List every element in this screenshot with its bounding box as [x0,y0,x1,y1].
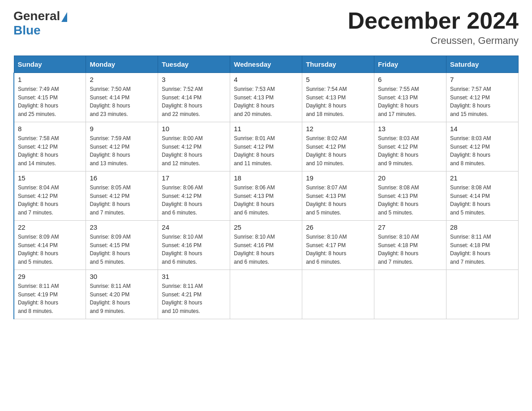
day-info: Sunrise: 8:05 AMSunset: 4:12 PMDaylight:… [90,184,154,217]
day-info: Sunrise: 8:09 AMSunset: 4:14 PMDaylight:… [18,233,82,266]
day-info: Sunrise: 8:11 AMSunset: 4:19 PMDaylight:… [18,282,82,315]
col-tuesday: Tuesday [158,56,230,73]
day-number: 23 [90,223,154,231]
calendar-cell: 15 Sunrise: 8:04 AMSunset: 4:12 PMDaylig… [14,171,86,221]
day-number: 12 [306,125,370,133]
calendar-cell: 24 Sunrise: 8:10 AMSunset: 4:16 PMDaylig… [158,221,230,270]
day-info: Sunrise: 7:53 AMSunset: 4:13 PMDaylight:… [234,85,298,118]
day-info: Sunrise: 8:10 AMSunset: 4:16 PMDaylight:… [162,233,226,266]
calendar-table: Sunday Monday Tuesday Wednesday Thursday… [13,56,519,319]
calendar-week-row: 8 Sunrise: 7:58 AMSunset: 4:12 PMDayligh… [14,122,519,171]
day-number: 14 [450,125,515,133]
location-subtitle: Creussen, Germany [348,35,519,47]
day-info: Sunrise: 8:11 AMSunset: 4:21 PMDaylight:… [162,282,226,315]
day-info: Sunrise: 8:10 AMSunset: 4:18 PMDaylight:… [378,233,442,266]
calendar-cell: 11 Sunrise: 8:01 AMSunset: 4:12 PMDaylig… [230,122,302,171]
day-number: 9 [90,125,154,133]
logo: General Blue [13,9,67,38]
day-number: 27 [378,223,442,231]
calendar-cell: 14 Sunrise: 8:03 AMSunset: 4:12 PMDaylig… [446,122,519,171]
title-section: December 2024 Creussen, Germany [348,9,519,47]
calendar-cell: 31 Sunrise: 8:11 AMSunset: 4:21 PMDaylig… [158,270,230,319]
day-number: 10 [162,125,226,133]
page-header: General Blue December 2024 Creussen, Ger… [13,9,519,47]
day-number: 2 [90,76,154,83]
calendar-cell: 17 Sunrise: 8:06 AMSunset: 4:12 PMDaylig… [158,171,230,221]
day-number: 20 [378,174,442,182]
calendar-cell: 5 Sunrise: 7:54 AMSunset: 4:13 PMDayligh… [302,73,374,122]
day-info: Sunrise: 8:03 AMSunset: 4:12 PMDaylight:… [450,134,515,167]
day-info: Sunrise: 7:59 AMSunset: 4:12 PMDaylight:… [90,134,154,167]
calendar-cell: 27 Sunrise: 8:10 AMSunset: 4:18 PMDaylig… [374,221,446,270]
day-number: 19 [306,174,370,182]
day-number: 13 [378,125,442,133]
calendar-cell: 21 Sunrise: 8:08 AMSunset: 4:14 PMDaylig… [446,171,519,221]
logo-text-line1: General [13,9,67,23]
day-number: 6 [378,76,442,83]
calendar-cell: 29 Sunrise: 8:11 AMSunset: 4:19 PMDaylig… [14,270,86,319]
day-number: 8 [18,125,82,133]
day-info: Sunrise: 8:03 AMSunset: 4:12 PMDaylight:… [378,134,442,167]
calendar-cell: 23 Sunrise: 8:09 AMSunset: 4:15 PMDaylig… [86,221,158,270]
day-number: 30 [90,273,154,280]
day-info: Sunrise: 8:11 AMSunset: 4:20 PMDaylight:… [90,282,154,315]
day-number: 28 [450,223,515,231]
calendar-cell [446,270,519,319]
day-number: 1 [18,76,82,83]
col-saturday: Saturday [446,56,519,73]
logo-text-line2: Blue [13,23,41,37]
day-number: 15 [18,174,82,182]
calendar-cell: 26 Sunrise: 8:10 AMSunset: 4:17 PMDaylig… [302,221,374,270]
day-info: Sunrise: 7:58 AMSunset: 4:12 PMDaylight:… [18,134,82,167]
day-info: Sunrise: 8:09 AMSunset: 4:15 PMDaylight:… [90,233,154,266]
day-info: Sunrise: 8:02 AMSunset: 4:12 PMDaylight:… [306,134,370,167]
calendar-week-row: 29 Sunrise: 8:11 AMSunset: 4:19 PMDaylig… [14,270,519,319]
day-info: Sunrise: 7:54 AMSunset: 4:13 PMDaylight:… [306,85,370,118]
calendar-cell [302,270,374,319]
day-number: 24 [162,223,226,231]
calendar-cell: 7 Sunrise: 7:57 AMSunset: 4:12 PMDayligh… [446,73,519,122]
day-info: Sunrise: 7:57 AMSunset: 4:12 PMDaylight:… [450,85,515,118]
calendar-cell: 19 Sunrise: 8:07 AMSunset: 4:13 PMDaylig… [302,171,374,221]
col-sunday: Sunday [14,56,86,73]
calendar-cell: 13 Sunrise: 8:03 AMSunset: 4:12 PMDaylig… [374,122,446,171]
day-number: 4 [234,76,298,83]
day-number: 16 [90,174,154,182]
calendar-cell: 22 Sunrise: 8:09 AMSunset: 4:14 PMDaylig… [14,221,86,270]
day-number: 7 [450,76,515,83]
day-number: 22 [18,223,82,231]
day-info: Sunrise: 8:10 AMSunset: 4:17 PMDaylight:… [306,233,370,266]
day-info: Sunrise: 8:04 AMSunset: 4:12 PMDaylight:… [18,184,82,217]
col-thursday: Thursday [302,56,374,73]
col-monday: Monday [86,56,158,73]
day-number: 26 [306,223,370,231]
calendar-cell: 30 Sunrise: 8:11 AMSunset: 4:20 PMDaylig… [86,270,158,319]
calendar-cell: 18 Sunrise: 8:06 AMSunset: 4:13 PMDaylig… [230,171,302,221]
day-number: 18 [234,174,298,182]
day-info: Sunrise: 8:07 AMSunset: 4:13 PMDaylight:… [306,184,370,217]
month-year-title: December 2024 [348,9,519,32]
calendar-cell [230,270,302,319]
calendar-cell: 25 Sunrise: 8:10 AMSunset: 4:16 PMDaylig… [230,221,302,270]
calendar-cell: 4 Sunrise: 7:53 AMSunset: 4:13 PMDayligh… [230,73,302,122]
col-friday: Friday [374,56,446,73]
calendar-cell: 12 Sunrise: 8:02 AMSunset: 4:12 PMDaylig… [302,122,374,171]
day-info: Sunrise: 8:01 AMSunset: 4:12 PMDaylight:… [234,134,298,167]
day-info: Sunrise: 8:10 AMSunset: 4:16 PMDaylight:… [234,233,298,266]
calendar-cell: 6 Sunrise: 7:55 AMSunset: 4:13 PMDayligh… [374,73,446,122]
day-info: Sunrise: 7:55 AMSunset: 4:13 PMDaylight:… [378,85,442,118]
day-number: 11 [234,125,298,133]
day-info: Sunrise: 8:08 AMSunset: 4:14 PMDaylight:… [450,184,515,217]
calendar-cell: 9 Sunrise: 7:59 AMSunset: 4:12 PMDayligh… [86,122,158,171]
day-info: Sunrise: 8:00 AMSunset: 4:12 PMDaylight:… [162,134,226,167]
day-number: 5 [306,76,370,83]
calendar-cell: 1 Sunrise: 7:49 AMSunset: 4:15 PMDayligh… [14,73,86,122]
day-number: 29 [18,273,82,280]
day-info: Sunrise: 7:52 AMSunset: 4:14 PMDaylight:… [162,85,226,118]
day-info: Sunrise: 7:49 AMSunset: 4:15 PMDaylight:… [18,85,82,118]
calendar-cell: 8 Sunrise: 7:58 AMSunset: 4:12 PMDayligh… [14,122,86,171]
calendar-week-row: 1 Sunrise: 7:49 AMSunset: 4:15 PMDayligh… [14,73,519,122]
calendar-cell: 28 Sunrise: 8:11 AMSunset: 4:18 PMDaylig… [446,221,519,270]
calendar-cell: 2 Sunrise: 7:50 AMSunset: 4:14 PMDayligh… [86,73,158,122]
day-info: Sunrise: 8:06 AMSunset: 4:13 PMDaylight:… [234,184,298,217]
